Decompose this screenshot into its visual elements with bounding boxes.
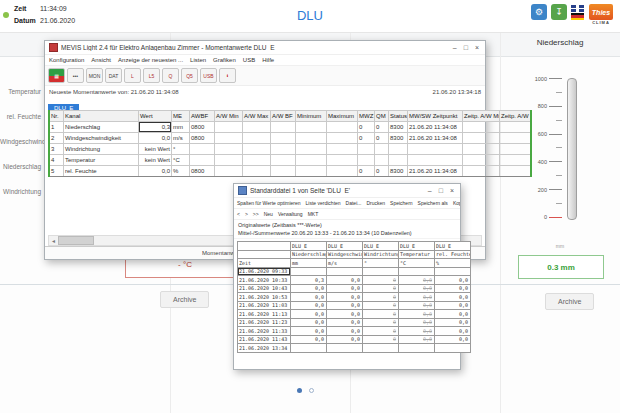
menu-item[interactable]: >> — [253, 211, 259, 217]
menu-item[interactable]: Grafiken — [213, 57, 236, 63]
uk-flag-icon[interactable] — [571, 5, 584, 12]
column-header[interactable]: QM — [375, 111, 389, 122]
column-header[interactable]: A/W Min — [215, 111, 243, 122]
page-dot-active[interactable] — [297, 388, 302, 393]
document-icon — [238, 186, 247, 195]
menu-item[interactable]: Datei... — [346, 200, 362, 206]
column-header[interactable]: A/W Max — [243, 111, 271, 122]
minimize-button[interactable]: – — [453, 44, 457, 51]
tick-line — [549, 106, 562, 107]
column-header[interactable]: Zeitp. A/W M — [500, 111, 532, 122]
cell-windgeschwindigkeit: 0,0 — [327, 327, 363, 336]
data-row[interactable]: 21.06.2020 11:13 0,0 0,0 0 0,0 0,0 — [238, 310, 471, 319]
channel-label: Windrichtung — [0, 188, 44, 213]
toolbar-button[interactable]: DAT — [105, 68, 122, 83]
data-row[interactable]: 21.06.2020 09:33 — [238, 267, 471, 276]
data-row[interactable]: 21.06.2020 10:33 0,3 0,0 0 0,0 0,0 — [238, 276, 471, 285]
menu-item[interactable]: < — [237, 211, 240, 217]
menu-item[interactable]: Konfiguration — [49, 57, 84, 63]
cell-temperatur — [399, 344, 435, 353]
menu-item[interactable]: Speichern als — [418, 200, 448, 206]
channel-header-cell: Windgeschwindigkeit — [327, 250, 363, 259]
menu-item[interactable]: Kopie <c> — [453, 200, 460, 206]
german-flag-icon[interactable] — [571, 13, 584, 20]
menu-item[interactable]: MKT — [308, 211, 319, 217]
toolbar-button[interactable]: ••• — [67, 68, 84, 83]
data-row[interactable]: 21.06.2020 11:43 0,0 0,0 0 0,0 0,0 — [238, 335, 471, 344]
menu-item[interactable]: Neu — [264, 211, 273, 217]
column-header[interactable]: Kanal — [64, 111, 139, 122]
menu-item[interactable]: Spalten für Werte optimieren — [237, 200, 301, 206]
gauge-tick: 200 — [526, 189, 562, 190]
cell-windrichtung: 0 — [363, 284, 399, 293]
column-header[interactable]: Maximum — [327, 111, 358, 122]
data-window-titlebar[interactable]: Standarddatei 1 von Seite 'DLU_E' – □ × — [234, 184, 460, 198]
mevis-titlebar[interactable]: MEVIS Light 2.4 für Elektro Anlagenbau Z… — [45, 41, 485, 55]
menu-item[interactable]: Hilfe — [262, 57, 274, 63]
language-switcher[interactable] — [571, 5, 584, 20]
close-button[interactable]: × — [475, 44, 479, 51]
archive-button-right[interactable]: Archive — [545, 293, 594, 310]
data-row[interactable]: 21.06.2020 11:33 0,0 0,0 0 0,0 0,0 — [238, 327, 471, 336]
cell-windrichtung: 0 — [363, 310, 399, 319]
scroll-left-icon[interactable]: ◄ — [49, 238, 58, 244]
data-row[interactable]: 21.06.2020 10:53 0,0 0,0 0 0,0 0,0 — [238, 293, 471, 302]
table-row[interactable]: 1 Niederschlag 0,3 mm 0800 0 0 8300 21.0… — [49, 122, 531, 133]
minimize-button[interactable]: – — [428, 187, 432, 194]
unit-header-cell: Zeit — [238, 259, 291, 268]
column-header[interactable]: ME — [172, 111, 190, 122]
gauge-tick: 0 — [526, 217, 562, 218]
settings-button[interactable]: ⚙ — [531, 4, 547, 20]
column-header[interactable]: Zeitp. A/W Min — [463, 111, 500, 122]
data-row[interactable]: 21.06.2020 11:03 0,0 0,0 0 0,0 0,0 — [238, 301, 471, 310]
scrollbar-thumb[interactable] — [58, 236, 94, 245]
page-dot-inactive[interactable] — [309, 388, 314, 393]
menu-item[interactable]: Drucken — [366, 200, 385, 206]
maximize-button[interactable]: □ — [439, 187, 443, 194]
table-row[interactable]: 3 Windrichtung kein Wert ° — [49, 144, 531, 155]
channel-label: rel. Feuchte — [0, 113, 44, 138]
toolbar-button[interactable]: MON — [86, 68, 103, 83]
maximize-button[interactable]: □ — [464, 44, 468, 51]
toolbar-button[interactable]: ▦ — [48, 68, 65, 83]
column-header[interactable]: A/W BF — [271, 111, 296, 122]
close-button[interactable]: × — [450, 187, 454, 194]
menu-item[interactable]: Liste verdichten — [306, 200, 341, 206]
cell-me: ° — [172, 144, 190, 155]
cell-wert: 0,0 — [139, 166, 172, 177]
toolbar-button[interactable]: L5 — [143, 68, 160, 83]
data-row[interactable]: 21.06.2020 11:23 0,0 0,0 0 0,0 0,0 — [238, 318, 471, 327]
column-header[interactable]: MWZ — [358, 111, 375, 122]
cell-kanal: rel. Feuchte — [64, 166, 139, 177]
data-row[interactable]: 21.06.2020 13:34 — [238, 344, 471, 353]
table-row[interactable]: 2 Windgeschwindigkeit 0,0 m/s 0800 0 0 8… — [49, 133, 531, 144]
toolbar-button[interactable]: USB — [200, 68, 217, 83]
toolbar-button[interactable]: i — [219, 68, 236, 83]
column-header[interactable]: AWBF — [190, 111, 215, 122]
tick-label: 0 — [544, 214, 547, 220]
cell-mwz — [358, 155, 375, 166]
toolbar-button[interactable]: Q5 — [181, 68, 198, 83]
menu-item[interactable]: Verwaltung — [278, 211, 303, 217]
data-row[interactable]: 21.06.2020 10:43 0,0 0,0 0 0,0 0,0 — [238, 284, 471, 293]
menu-item[interactable]: USB — [243, 57, 255, 63]
column-header[interactable]: MW/SW Zeitpunkt — [408, 111, 463, 122]
download-button[interactable]: ↧ — [551, 4, 567, 20]
toolbar-button[interactable]: Q — [162, 68, 179, 83]
menu-item[interactable]: Listen — [190, 57, 206, 63]
table-row[interactable]: 4 Temperatur kein Wert °C — [49, 155, 531, 166]
toolbar-button[interactable]: L — [124, 68, 141, 83]
archive-button-left[interactable]: Archive — [160, 291, 209, 308]
table-row[interactable]: 5 rel. Feuchte 0,0 % 0800 0 0 8300 21.06… — [49, 166, 531, 177]
column-header[interactable]: Minimum — [296, 111, 327, 122]
cell-wert: kein Wert — [139, 144, 172, 155]
menu-item[interactable]: Speichern — [390, 200, 413, 206]
column-header[interactable]: Status — [389, 111, 408, 122]
column-header[interactable]: Nr. — [49, 111, 64, 122]
menu-item[interactable]: > — [245, 211, 248, 217]
cell-minimum — [296, 166, 327, 177]
column-header[interactable]: Wert — [139, 111, 172, 122]
mevis-app-icon — [49, 43, 58, 52]
menu-item[interactable]: Ansicht — [91, 57, 111, 63]
menu-item[interactable]: Anzeige der neuesten ... — [118, 57, 183, 63]
